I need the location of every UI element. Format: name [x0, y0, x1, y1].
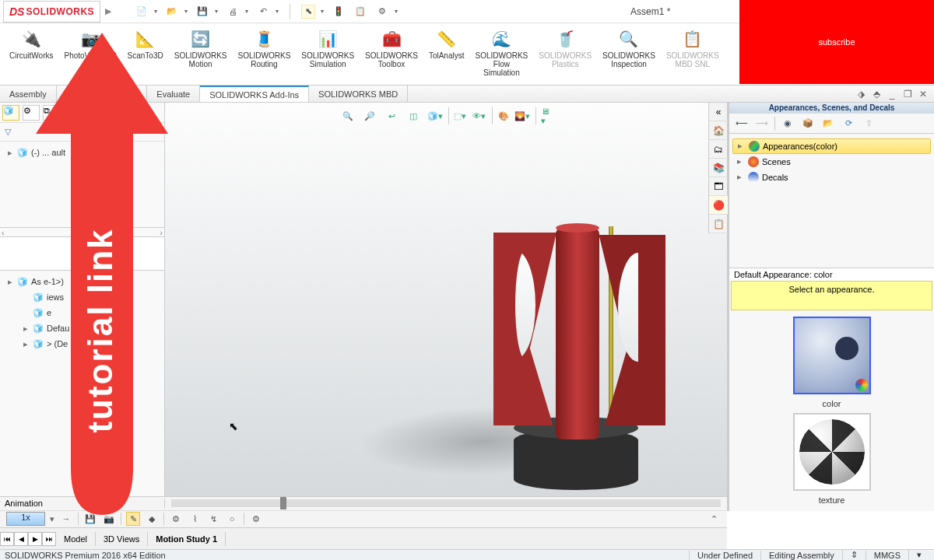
display-tab-icon[interactable]: ◑ — [63, 105, 80, 121]
tab-addins[interactable]: SOLIDWORKS Add-Ins — [200, 86, 309, 102]
back-icon[interactable]: ⟵ — [734, 116, 750, 131]
custom-props-tab-icon[interactable]: 📋 — [709, 215, 728, 233]
options-toolbar-icon[interactable]: 📋 — [353, 5, 367, 19]
play-fwd-icon[interactable]: → — [59, 512, 73, 526]
open-folder-icon[interactable]: 📂 — [820, 116, 836, 131]
sw-flow-button[interactable]: 🌊SOLIDWORKS Flow Simulation — [470, 26, 532, 82]
tab-sketch[interactable]: Sketch — [102, 86, 148, 102]
spring-icon[interactable]: ⌇ — [188, 512, 202, 526]
tree-row[interactable]: ▸🧊 Defau — [17, 320, 163, 336]
settings-icon[interactable]: ⚙ — [375, 5, 389, 19]
next-doc-icon[interactable]: ⬘ — [870, 88, 883, 100]
force-icon[interactable]: ↯ — [206, 512, 220, 526]
sw-inspection-button[interactable]: 🔍SOLIDWORKS Inspection — [598, 26, 660, 82]
bottom-tab-motion1[interactable]: Motion Study 1 — [148, 532, 226, 546]
playback-speed-select[interactable]: 1x — [6, 512, 45, 526]
collapse-anim-icon[interactable]: ⌃ — [707, 512, 721, 526]
apply-scene-icon[interactable]: 🌄▾ — [514, 107, 531, 124]
display-style-icon[interactable]: ⬚▾ — [448, 107, 465, 124]
tree-row[interactable]: ▸🧊(-) ... ault — [2, 145, 163, 160]
tree-row[interactable]: 🧊 iews — [17, 289, 163, 305]
zoom-fit-icon[interactable]: 🔍 — [339, 107, 356, 124]
zoom-area-icon[interactable]: 🔎 — [361, 107, 378, 124]
open-file-icon[interactable]: 📂 — [165, 5, 179, 19]
bottom-tab-model[interactable]: Model — [56, 532, 96, 546]
scanto3d-button[interactable]: 📐ScanTo3D — [123, 26, 168, 82]
status-units[interactable]: MMGS — [866, 551, 908, 560]
tree-row[interactable]: 🧊 e — [17, 305, 163, 320]
panel-splitter[interactable] — [0, 236, 164, 271]
view-settings-icon[interactable]: 🖥▾ — [535, 107, 553, 124]
config-tab-icon[interactable]: ⧉ — [43, 105, 60, 121]
sw-simulation-button[interactable]: 📊SOLIDWORKS Simulation — [297, 26, 359, 82]
box-icon[interactable]: 📦 — [800, 116, 816, 131]
swatch-texture[interactable] — [793, 413, 871, 491]
undo-icon[interactable]: ↶ — [256, 5, 270, 19]
section-view-icon[interactable]: ◫ — [405, 107, 422, 124]
appearance-tree-appearances[interactable]: ▸Appearances(color) — [732, 138, 931, 154]
tab-layout[interactable]: Layout — [57, 86, 102, 102]
tab-evaluate[interactable]: Evaluate — [147, 86, 200, 102]
autokey-icon[interactable]: ✎ — [126, 512, 140, 526]
prev-view-icon[interactable]: ↩ — [383, 107, 400, 124]
more-tabs-icon[interactable]: ⋯ — [83, 105, 100, 121]
subscribe-overlay[interactable]: subscribe — [739, 0, 934, 84]
view-palette-tab-icon[interactable]: 🗔 — [709, 177, 728, 196]
library-tab-icon[interactable]: 📚 — [709, 159, 728, 177]
expand-icon[interactable]: ▸ — [22, 339, 30, 349]
save-anim-icon[interactable]: 💾 — [83, 512, 97, 526]
status-drag-icon[interactable]: ⇕ — [842, 550, 866, 560]
key-add-icon[interactable]: ◆ — [145, 512, 159, 526]
expand-icon[interactable]: ▸ — [6, 148, 14, 158]
expand-icon[interactable]: ▸ — [737, 172, 745, 182]
forward-icon[interactable]: ⟶ — [754, 116, 770, 131]
hide-show-icon[interactable]: 👁▾ — [470, 107, 487, 124]
tab-last-icon[interactable]: ⏭ — [42, 532, 56, 546]
expand-icon[interactable]: ▸ — [737, 156, 745, 166]
tab-prev-icon[interactable]: ◀ — [14, 532, 28, 546]
appearances-tab-icon[interactable]: 🔴 — [709, 196, 728, 215]
expand-icon[interactable]: ▸ — [22, 324, 30, 334]
swatch-color[interactable] — [793, 317, 871, 394]
resources-tab-icon[interactable]: 🗂 — [709, 140, 728, 159]
feature-tree-tab-icon[interactable]: 🧊 — [2, 105, 19, 121]
speed-dropdown-icon[interactable]: ▾ — [50, 514, 54, 524]
select-icon[interactable]: ⬉ — [301, 5, 315, 19]
collapse-taskpane-icon[interactable]: « — [709, 103, 728, 121]
tree-row[interactable]: ▸🧊As e-1>) — [2, 274, 163, 289]
motor-icon[interactable]: ⚙ — [169, 512, 183, 526]
animation-slider[interactable] — [171, 499, 721, 507]
restore-view-icon[interactable]: ❐ — [901, 88, 914, 100]
new-file-icon[interactable]: 📄 — [135, 5, 149, 19]
anim-options-icon[interactable]: ⚙ — [249, 512, 263, 526]
save-icon[interactable]: 💾 — [195, 5, 209, 19]
minimize-view-icon[interactable]: _ — [886, 88, 898, 100]
filter-icon[interactable]: ▽ — [5, 127, 11, 137]
bottom-tab-3dviews[interactable]: 3D Views — [96, 532, 148, 546]
expand-icon[interactable]: ▸ — [738, 141, 746, 151]
print-icon[interactable]: 🖨 — [226, 5, 240, 19]
sw-routing-button[interactable]: 🧵SOLIDWORKS Routing — [234, 26, 296, 82]
anim-calc-icon[interactable]: 📷 — [102, 512, 116, 526]
appearance-tree-decals[interactable]: ▸Decals — [732, 170, 931, 185]
prev-doc-icon[interactable]: ⬗ — [855, 88, 867, 100]
tree-row[interactable]: ▸🧊 > (De — [17, 336, 163, 352]
tolanalyst-button[interactable]: 📏TolAnalyst — [424, 26, 469, 82]
appearance-tree-scenes[interactable]: ▸Scenes — [732, 154, 931, 170]
expand-icon[interactable]: ▸ — [6, 277, 14, 287]
property-tab-icon[interactable]: ⚙ — [23, 105, 40, 121]
close-view-icon[interactable]: ✕ — [917, 88, 929, 100]
sw-motion-button[interactable]: 🔄SOLIDWORKS Motion — [170, 26, 232, 82]
tab-assembly[interactable]: Assembly — [0, 86, 57, 102]
slider-thumb[interactable] — [280, 497, 286, 509]
sw-toolbox-button[interactable]: 🧰SOLIDWORKS Toolbox — [360, 26, 423, 82]
photoview-button[interactable]: 📷PhotoView 360 — [59, 26, 121, 82]
tab-next-icon[interactable]: ▶ — [28, 532, 42, 546]
tab-mbd[interactable]: SOLIDWORKS MBD — [309, 86, 408, 102]
expand-toolbar-icon[interactable]: ▶ — [105, 6, 111, 16]
sphere-icon[interactable]: ◉ — [780, 116, 795, 131]
refresh-icon[interactable]: ⟳ — [841, 116, 856, 131]
view-orient-icon[interactable]: 🧊▾ — [427, 107, 444, 124]
contact-icon[interactable]: ○ — [225, 512, 239, 526]
home-tab-icon[interactable]: 🏠 — [709, 121, 728, 140]
